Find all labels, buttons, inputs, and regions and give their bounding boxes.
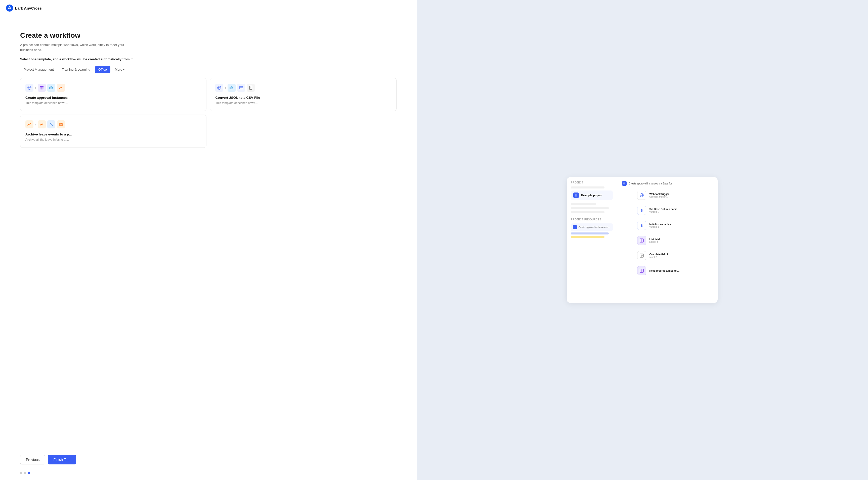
arrow-icon-2: › (225, 86, 226, 90)
node-icon-3: $ (637, 221, 646, 230)
card-3-desc: Archive all the leave infos to a ... (25, 138, 201, 142)
pagination-dot-1 (20, 472, 22, 474)
preview-loading-1 (571, 187, 604, 189)
preview-loading-4 (571, 211, 604, 213)
preview-resource-text-1: Create approval instances via Bas... (578, 226, 611, 228)
node-info-1: Webhook trigger webhook-trigger-1 (649, 193, 669, 198)
table2-icon-2 (237, 84, 245, 92)
preview-container: Project Example project Project resource… (567, 177, 718, 303)
svg-rect-5 (40, 86, 43, 87)
preview-resources-section: Project resources Create approval instan… (571, 218, 613, 238)
card-2-icons: › (215, 84, 391, 92)
globe-icon-1 (25, 84, 33, 92)
workflow-card-3[interactable]: › (20, 115, 207, 148)
arrow-icon-3: › (35, 122, 36, 126)
person-icon-3 (47, 120, 55, 128)
globe-icon-2 (215, 84, 223, 92)
node-line-3 (642, 230, 642, 236)
preview-resources-label: Project resources (571, 218, 613, 221)
workflow-nodes: Webhook trigger webhook-trigger-1 $ Set … (622, 191, 713, 281)
select-instruction: Select one template, and a workflow will… (20, 57, 397, 61)
node-line-4 (642, 245, 642, 251)
cloud-icon-1 (47, 84, 55, 92)
lark-logo-icon (6, 4, 13, 11)
app-header: Lark AnyCross (0, 0, 417, 16)
workflow-node-3: $ Initialize variables variable-1 (637, 221, 671, 236)
workflow-node-6: Read records added to ... (637, 266, 679, 281)
workflow-node-5: Calculate field id script-2 (637, 251, 669, 266)
preview-resource-bar-yellow (571, 236, 604, 238)
workflow-card-1[interactable]: › (20, 78, 207, 111)
preview-workflow-title: Create approval instances via Base form (629, 182, 674, 185)
doc-icon-2 (247, 84, 255, 92)
pagination-dot-3 (28, 472, 30, 474)
workflow-node-4: List field bitable-4 (637, 236, 659, 251)
preview-resource-bar-blue (571, 232, 609, 234)
card-1-title: Create approval instances ... (25, 96, 201, 99)
node-title-4: List field (649, 238, 659, 241)
app-name: Lark AnyCross (15, 6, 42, 10)
table-icon-1 (38, 84, 46, 92)
node-info-3: Initialize variables variable-1 (649, 223, 671, 228)
preview-sidebar: Project Example project Project resource… (567, 177, 617, 303)
orange-chart-icon-1 (25, 120, 33, 128)
node-icon-4 (637, 236, 646, 245)
preview-project-name: Example project (581, 194, 602, 197)
node-title-1: Webhook trigger (649, 193, 669, 195)
finish-tour-button[interactable]: Finish Tour (48, 455, 76, 465)
previous-button[interactable]: Previous (20, 455, 45, 465)
card-1-icons: › (25, 84, 201, 92)
tab-more[interactable]: More ▾ (112, 66, 128, 73)
workflow-node-1: Webhook trigger webhook-trigger-1 (637, 191, 669, 206)
chevron-down-icon: ▾ (123, 68, 125, 71)
node-subtitle-5: script-2 (649, 256, 669, 258)
right-panel: Project Example project Project resource… (417, 0, 868, 480)
calendar-icon-3: 26 (57, 120, 65, 128)
pagination-dots (0, 472, 417, 480)
card-3-title: Archive leave events to a p... (25, 132, 201, 136)
node-icon-6 (637, 266, 646, 275)
node-info-4: List field bitable-4 (649, 238, 659, 243)
node-line-2 (642, 215, 642, 221)
tab-training-learning[interactable]: Training & Learning (58, 66, 94, 73)
node-info-5: Calculate field id script-2 (649, 253, 669, 258)
card-3-icons: › (25, 120, 201, 128)
preview-project-item: Example project (571, 191, 613, 200)
node-title-5: Calculate field id (649, 253, 669, 256)
card-2-desc: This template describes how t... (215, 101, 391, 105)
tab-more-label: More (115, 68, 122, 71)
node-line-5 (642, 260, 642, 266)
node-subtitle-1: webhook-trigger-1 (649, 195, 669, 198)
tab-office[interactable]: Office (95, 66, 111, 73)
tab-bar: Project Management Training & Learning O… (20, 66, 397, 73)
node-info-2: Set Base Column name variable-7 (649, 208, 677, 213)
preview-resource-item-1: Create approval instances via Bas... (571, 223, 613, 231)
svg-point-17 (51, 123, 52, 124)
arrow-icon-1: › (35, 86, 36, 90)
workflow-card-2[interactable]: › (210, 78, 396, 111)
workflow-node-2: $ Set Base Column name variable-7 (637, 206, 677, 221)
node-subtitle-2: variable-7 (649, 211, 677, 213)
preview-workflow: Create approval instances via Base form (617, 177, 718, 303)
tab-project-management[interactable]: Project Management (20, 66, 57, 73)
node-title-6: Read records added to ... (649, 269, 679, 272)
preview-resource-icon-1 (573, 225, 577, 229)
orange-chart-icon-2 (38, 120, 46, 128)
svg-text:26: 26 (60, 124, 62, 126)
left-panel: Lark AnyCross Create a workflow A projec… (0, 0, 417, 480)
page-description: A project can contain multiple workflows… (20, 42, 126, 52)
node-info-6: Read records added to ... (649, 269, 679, 272)
chart-icon-1 (57, 84, 65, 92)
card-2-title: Convert JSON to a CSV File (215, 96, 391, 99)
node-icon-5 (637, 251, 646, 260)
preview-project-icon (573, 192, 579, 198)
svg-rect-14 (249, 86, 252, 90)
svg-rect-23 (575, 194, 577, 196)
pagination-dot-2 (24, 472, 26, 474)
node-icon-1 (637, 191, 646, 200)
preview-loading-3 (571, 207, 609, 209)
card-1-desc: This template describes how t... (25, 101, 201, 105)
preview-project-label: Project (571, 181, 613, 184)
preview-workflow-header: Create approval instances via Base form (622, 181, 713, 186)
node-line-1 (642, 200, 642, 206)
